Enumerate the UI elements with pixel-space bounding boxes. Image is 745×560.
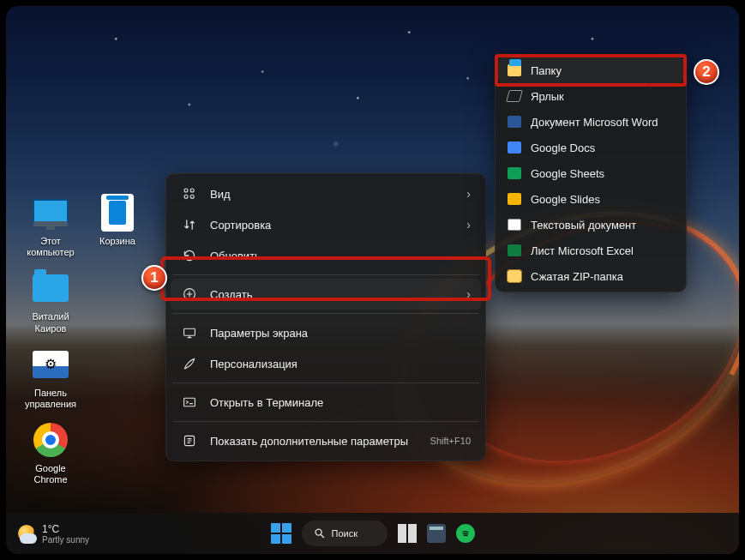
svg-rect-5: [184, 328, 195, 335]
chevron-right-icon: ›: [466, 218, 471, 232]
submenu-item-zip[interactable]: Сжатая ZIP-папка: [498, 263, 683, 289]
plus-circle-icon: [181, 286, 198, 303]
sort-icon: [181, 216, 198, 233]
terminal-icon: [181, 394, 198, 411]
submenu-label: Текстовый документ: [531, 219, 636, 232]
submenu-label: Лист Microsoft Excel: [531, 244, 634, 257]
folder-icon: [33, 274, 69, 302]
submenu-item-word[interactable]: Документ Microsoft Word: [498, 109, 683, 135]
annotation-badge-1: 1: [141, 265, 167, 291]
menu-item-view[interactable]: Вид ›: [171, 178, 481, 209]
separator: [172, 313, 479, 314]
brush-icon: [181, 355, 198, 372]
menu-item-refresh[interactable]: Обновить: [171, 240, 481, 271]
gslides-icon: [507, 191, 522, 207]
view-icon: [181, 185, 198, 202]
submenu-item-gsheets[interactable]: Google Sheets: [498, 160, 683, 186]
search-label: Поиск: [332, 528, 357, 539]
submenu-item-gslides[interactable]: Google Slides: [498, 186, 683, 212]
context-menu: Вид › Сортировка › Обновить Создать › Па…: [165, 173, 486, 461]
menu-label: Показать дополнительные параметры: [210, 435, 430, 448]
svg-point-1: [190, 189, 194, 192]
submenu-item-gdocs[interactable]: Google Docs: [498, 135, 683, 160]
separator: [172, 274, 479, 275]
menu-item-display-settings[interactable]: Параметры экрана: [171, 317, 481, 348]
desktop-icon-chrome[interactable]: Google Chrome: [18, 420, 83, 485]
svg-point-3: [190, 195, 194, 198]
text-doc-icon: [507, 217, 522, 232]
submenu-label: Google Sheets: [531, 167, 604, 180]
chevron-right-icon: ›: [466, 287, 471, 301]
gsheets-icon: [507, 166, 522, 181]
chrome-icon: [33, 423, 68, 457]
menu-label: Персонализация: [210, 358, 471, 370]
task-view-button[interactable]: [398, 524, 417, 543]
desktop-icon-control-panel[interactable]: ⚙ Панель управления: [18, 345, 83, 410]
taskbar-center: Поиск: [271, 521, 475, 546]
menu-item-new[interactable]: Создать ›: [171, 279, 481, 310]
desktop-icon-this-pc[interactable]: Этот компьютер: [18, 193, 83, 258]
start-button[interactable]: [271, 523, 291, 544]
display-icon: [181, 324, 198, 341]
taskbar-app-calculator[interactable]: [427, 524, 446, 543]
weather-temp: 1°C: [42, 523, 89, 535]
submenu-label: Ярлык: [531, 90, 564, 103]
submenu-item-shortcut[interactable]: Ярлык: [498, 83, 683, 109]
weather-icon: [18, 525, 35, 542]
submenu-item-text[interactable]: Текстовый документ: [498, 212, 683, 238]
desktop-icons-area: Этот компьютер Корзина Виталий Каиров ⚙ …: [18, 193, 150, 486]
desktop-icon-recycle-bin[interactable]: Корзина: [85, 193, 150, 258]
submenu-label: Google Docs: [531, 142, 595, 154]
desktop-icon-label: Этот компьютер: [27, 236, 74, 258]
desktop-icon-label: Google Chrome: [33, 463, 67, 485]
control-panel-icon: ⚙: [33, 351, 69, 378]
annotation-badge-2: 2: [694, 59, 719, 85]
menu-label: Обновить: [210, 250, 471, 262]
desktop-icon-label: Корзина: [99, 236, 135, 247]
pc-icon: [33, 199, 69, 226]
separator: [172, 421, 479, 422]
submenu-item-folder[interactable]: Папку: [498, 57, 683, 83]
taskbar: 1°C Partly sunny Поиск: [6, 513, 739, 554]
desktop-icon-label: Виталий Каиров: [32, 311, 69, 334]
menu-item-personalize[interactable]: Персонализация: [171, 348, 481, 379]
menu-item-more-options[interactable]: Показать дополнительные параметры Shift+…: [171, 425, 481, 456]
excel-icon: [507, 243, 522, 258]
shortcut-icon: [507, 88, 522, 104]
menu-label: Создать: [210, 288, 466, 301]
separator: [172, 382, 479, 383]
menu-label: Вид: [210, 188, 466, 201]
svg-rect-6: [184, 398, 195, 406]
submenu-label: Папку: [531, 64, 562, 77]
taskbar-search[interactable]: Поиск: [302, 521, 388, 546]
search-icon: [314, 527, 326, 539]
weather-desc: Partly sunny: [42, 535, 89, 545]
more-icon: [181, 432, 198, 449]
menu-item-sort[interactable]: Сортировка ›: [171, 209, 481, 240]
refresh-icon: [181, 247, 198, 264]
folder-icon: [507, 63, 522, 78]
svg-point-2: [184, 195, 188, 198]
submenu-label: Google Slides: [531, 193, 600, 206]
submenu-label: Документ Microsoft Word: [531, 116, 658, 129]
shortcut-hint: Shift+F10: [430, 436, 471, 446]
menu-label: Параметры экрана: [210, 327, 471, 340]
new-submenu: Папку Ярлык Документ Microsoft Word Goog…: [495, 54, 687, 292]
submenu-item-excel[interactable]: Лист Microsoft Excel: [498, 238, 683, 263]
submenu-label: Сжатая ZIP-папка: [531, 270, 623, 283]
desktop-icon-user-folder[interactable]: Виталий Каиров: [18, 268, 83, 334]
taskbar-app-spotify[interactable]: [456, 524, 475, 543]
gdocs-icon: [507, 140, 522, 155]
chevron-right-icon: ›: [466, 187, 471, 201]
bin-icon: [101, 194, 134, 232]
taskbar-weather[interactable]: 1°C Partly sunny: [18, 523, 89, 545]
menu-label: Открыть в Терминале: [210, 396, 471, 409]
desktop-background[interactable]: Этот компьютер Корзина Виталий Каиров ⚙ …: [6, 6, 739, 554]
svg-point-0: [184, 189, 188, 192]
menu-item-terminal[interactable]: Открыть в Терминале: [171, 387, 481, 418]
svg-point-8: [315, 529, 321, 535]
zip-icon: [507, 268, 522, 284]
word-icon: [507, 114, 522, 129]
menu-label: Сортировка: [210, 219, 466, 232]
desktop-icon-label: Панель управления: [25, 388, 76, 410]
